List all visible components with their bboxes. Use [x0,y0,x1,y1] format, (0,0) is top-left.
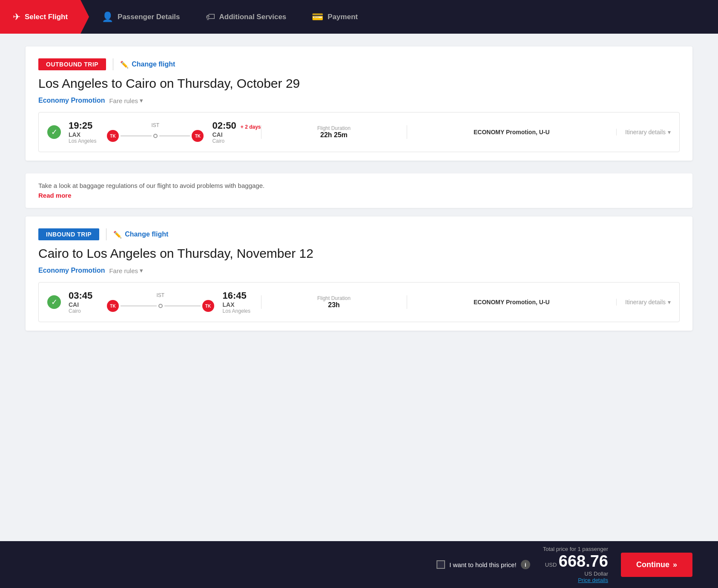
outbound-fare-class: ECONOMY Promotion, U-U [407,129,617,135]
arrow-icon: » [673,560,677,569]
outbound-line-container: TK TK [107,130,204,142]
step-select-flight[interactable]: ✈ Select Flight [0,0,89,34]
outbound-arrival-time: 02:50 + 2 days [212,120,261,131]
outbound-checked-icon: ✓ [47,125,61,139]
chevron-down-icon: ▾ [140,267,143,274]
outbound-trip-title: Los Angeles to Cairo on Thursday, Octobe… [38,76,680,91]
price-for-label: Total price for 1 passenger [543,546,608,552]
steps-bar: ✈ Select Flight 👤 Passenger Details 🏷 Ad… [0,0,718,34]
baggage-note: Take a look at baggage regulations of ou… [26,173,692,208]
chevron-down-icon: ▾ [140,97,143,104]
outbound-arrival-city: Cairo [212,138,261,144]
inbound-departure-time: 03:45 [69,290,98,301]
inbound-line-1 [121,306,157,306]
outbound-trip-header: OUTBOUND TRIP ✏️ Change flight [38,58,680,70]
outbound-departure-block: 19:25 LAX Los Angeles [69,120,98,144]
inbound-arrival-city: Los Angeles [223,308,261,314]
outbound-airline-logo-1: TK [107,130,119,142]
outbound-itinerary-button[interactable]: Itinerary details ▾ [617,129,671,135]
footer-bar: I want to hold this price! i Total price… [0,541,718,588]
chevron-down-icon: ▾ [668,129,671,135]
step-label: Additional Services [219,13,287,21]
inbound-arrival-block: 16:45 LAX Los Angeles [223,290,261,314]
chevron-down-icon: ▾ [668,299,671,306]
person-icon: 👤 [102,12,113,23]
inbound-arrival-code: LAX [223,301,261,308]
outbound-arrival-block: 02:50 + 2 days CAI Cairo [212,120,261,144]
inbound-departure-code: CAI [69,301,98,308]
outbound-flight-times: 19:25 LAX Los Angeles IST TK TK [69,120,261,144]
info-icon[interactable]: i [521,560,530,569]
inbound-trip-header: INBOUND TRIP ✏️ Change flight [38,228,680,240]
inbound-fare-rules[interactable]: Fare rules ▾ [109,267,143,274]
outbound-itinerary-label: Itinerary details [625,129,666,135]
outbound-stop-label: IST [151,122,159,128]
outbound-change-flight-button[interactable]: ✏️ Change flight [120,61,175,69]
inbound-trip-title: Cairo to Los Angeles on Thursday, Novemb… [38,246,680,261]
outbound-stop-dot [153,134,158,138]
inbound-line-2 [164,306,201,306]
change-flight-label: Change flight [132,61,175,68]
inbound-flight-row: ✓ 03:45 CAI Cairo IST TK TK [38,282,680,322]
header-divider [113,58,113,70]
inbound-flight-times: 03:45 CAI Cairo IST TK TK [69,290,261,314]
currency-code: USD [545,562,557,568]
main-content: OUTBOUND TRIP ✏️ Change flight Los Angel… [0,34,718,541]
inbound-airline-logo-2: TK [202,300,214,312]
inbound-stop-dot [158,304,163,308]
price-value: 668.76 [559,552,608,570]
continue-button[interactable]: Continue » [621,553,692,577]
step-payment[interactable]: 💳 Payment [299,0,370,34]
outbound-badge: OUTBOUND TRIP [38,58,106,70]
step-label: Select Flight [25,13,68,21]
edit-icon: ✏️ [120,61,129,69]
outbound-line-1 [121,135,152,136]
outbound-airline-logo-2: TK [192,130,204,142]
step-additional-services[interactable]: 🏷 Additional Services [193,0,299,34]
continue-label: Continue [636,560,669,569]
outbound-flight-row: ✓ 19:25 LAX Los Angeles IST TK TK [38,112,680,152]
inbound-stop-label: IST [156,292,164,298]
inbound-duration-value: 23h [270,301,398,309]
flight-icon: ✈ [13,12,20,23]
outbound-trip-section: OUTBOUND TRIP ✏️ Change flight Los Angel… [26,46,692,161]
inbound-departure-city: Cairo [69,308,98,314]
price-block: Total price for 1 passenger USD 668.76 U… [543,546,608,583]
edit-icon: ✏️ [113,231,122,239]
inbound-itinerary-button[interactable]: Itinerary details ▾ [617,299,671,306]
inbound-checked-icon: ✓ [47,295,61,309]
hold-price-checkbox[interactable] [437,560,445,569]
outbound-fare-rules[interactable]: Fare rules ▾ [109,97,143,104]
inbound-airline-logo-1: TK [107,300,119,312]
inbound-trip-section: INBOUND TRIP ✏️ Change flight Cairo to L… [26,216,692,331]
step-passenger-details[interactable]: 👤 Passenger Details [89,0,192,34]
outbound-departure-time: 19:25 [69,120,98,131]
price-details-link[interactable]: Price details [543,577,608,583]
outbound-duration-block: Flight Duration 22h 25m [261,125,407,139]
inbound-badge: INBOUND TRIP [38,228,99,240]
outbound-departure-city: Los Angeles [69,138,98,144]
inbound-fare-name: Economy Promotion [38,267,105,274]
inbound-flight-line: IST TK TK [103,292,218,312]
inbound-departure-block: 03:45 CAI Cairo [69,290,98,314]
read-more-link[interactable]: Read more [38,192,72,199]
inbound-line-container: TK TK [107,300,214,312]
hold-price-label: I want to hold this price! [449,561,517,568]
outbound-duration-label: Flight Duration [270,125,398,131]
outbound-fare-name: Economy Promotion [38,97,105,104]
outbound-fare-row: Economy Promotion Fare rules ▾ [38,97,680,104]
inbound-duration-block: Flight Duration 23h [261,295,407,309]
header-divider [106,228,106,240]
step-label: Passenger Details [118,13,180,21]
outbound-flight-line: IST TK TK [103,122,208,142]
outbound-arrival-code: CAI [212,131,261,138]
inbound-arrival-time: 16:45 [223,290,261,301]
inbound-change-flight-button[interactable]: ✏️ Change flight [113,231,168,239]
change-flight-label: Change flight [125,231,168,238]
baggage-text: Take a look at baggage regulations of ou… [38,182,680,189]
outbound-duration-value: 22h 25m [270,131,398,139]
hold-price-container: I want to hold this price! i [437,560,530,569]
currency-row: USD 668.76 [543,552,608,571]
currency-name: US Dollar [543,571,608,577]
outbound-days-plus: + 2 days [241,124,261,130]
